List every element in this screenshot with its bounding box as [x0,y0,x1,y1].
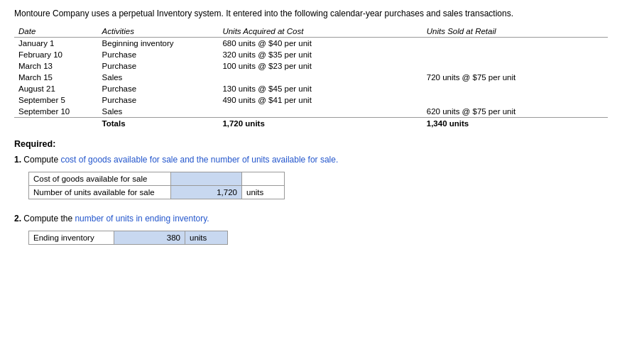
q1-number: 1. [14,155,21,165]
col-header-activities: Activities [98,26,219,38]
table-row: Number of units available for sale 1,720… [29,186,285,199]
totals-date [14,118,98,130]
row-date: September 5 [14,94,98,106]
row-sold: 620 units @ $75 per unit [422,106,608,118]
table-row: Ending inventory 380 units [29,231,228,245]
row-sold: 720 units @ $75 per unit [422,72,608,83]
q1-row-value[interactable] [171,172,242,186]
totals-row: Totals 1,720 units 1,340 units [14,118,608,130]
ending-value[interactable]: 380 [114,231,185,245]
row-activity: Purchase [98,49,219,60]
table-row: March 15 Sales 720 units @ $75 per unit [14,72,608,83]
q2-text-blue: number of units in ending inventory. [75,214,209,224]
row-sold [422,94,608,106]
row-activity: Beginning inventory [98,38,219,50]
row-date: March 15 [14,72,98,83]
question-1: 1. Compute cost of goods available for s… [14,155,608,165]
row-activity: Sales [98,72,219,83]
row-date: March 13 [14,60,98,72]
ending-inventory-table: Ending inventory 380 units [28,231,228,245]
table-row: September 10 Sales 620 units @ $75 per u… [14,106,608,118]
row-acquired: 100 units @ $23 per unit [218,60,422,72]
q1-text-blue: cost of goods available for sale and the… [60,155,338,165]
q1-answer-table: Cost of goods available for sale Number … [28,172,285,199]
intro-text: Montoure Company uses a perpetual Invent… [14,9,608,18]
ending-unit: units [185,231,228,245]
ending-label: Ending inventory [29,231,114,245]
row-date: August 21 [14,83,98,94]
table-row: February 10 Purchase 320 units @ $35 per… [14,49,608,60]
q1-row-unit [242,172,285,186]
table-row: March 13 Purchase 100 units @ $23 per un… [14,60,608,72]
totals-acquired: 1,720 units [218,118,422,130]
q1-text-plain: Compute [23,155,60,165]
row-sold [422,60,608,72]
q2-text-container: 2. Compute the number of units in ending… [14,214,608,224]
table-row: January 1 Beginning inventory 680 units … [14,38,608,50]
q1-row-value[interactable]: 1,720 [171,186,242,199]
col-header-units-sold: Units Sold at Retail [422,26,608,38]
row-activity: Sales [98,106,219,118]
row-sold [422,49,608,60]
row-sold [422,38,608,50]
col-header-units-acquired: Units Acquired at Cost [218,26,422,38]
table-row: Cost of goods available for sale [29,172,285,186]
q2-text-plain: Compute the [23,214,75,224]
row-activity: Purchase [98,83,219,94]
transactions-table: Date Activities Units Acquired at Cost U… [14,26,608,129]
required-heading: Required: [14,139,608,149]
row-date: September 10 [14,106,98,118]
totals-sold: 1,340 units [422,118,608,130]
q2-number: 2. [14,214,21,224]
table-row: September 5 Purchase 490 units @ $41 per… [14,94,608,106]
row-activity: Purchase [98,60,219,72]
row-activity: Purchase [98,94,219,106]
row-acquired [218,72,422,83]
q1-row-label: Cost of goods available for sale [29,172,171,186]
required-section: Required: 1. Compute cost of goods avail… [14,139,608,245]
row-acquired [218,106,422,118]
row-date: February 10 [14,49,98,60]
totals-label: Totals [98,118,219,130]
row-sold [422,83,608,94]
col-header-date: Date [14,26,98,38]
question-2: 2. Compute the number of units in ending… [14,214,608,245]
q1-row-label: Number of units available for sale [29,186,171,199]
row-acquired: 320 units @ $35 per unit [218,49,422,60]
q1-row-unit: units [242,186,285,199]
row-acquired: 680 units @ $40 per unit [218,38,422,50]
table-row: August 21 Purchase 130 units @ $45 per u… [14,83,608,94]
row-acquired: 490 units @ $41 per unit [218,94,422,106]
row-acquired: 130 units @ $45 per unit [218,83,422,94]
row-date: January 1 [14,38,98,50]
